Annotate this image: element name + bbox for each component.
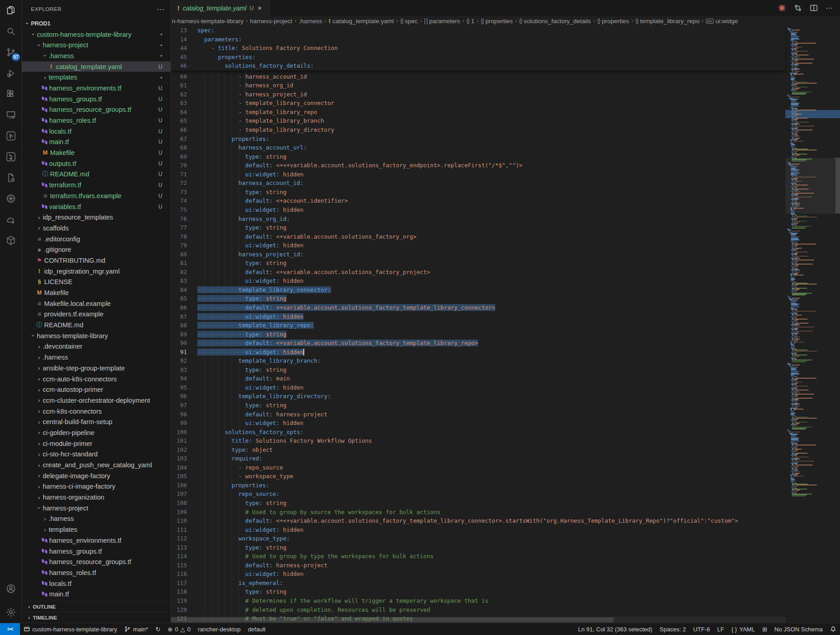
code-line-113[interactable]: 113 type: string [171, 543, 785, 552]
status-language-mode[interactable]: { }YAML [728, 623, 759, 635]
code-line-100[interactable]: 100 solutions_factory_opts: [171, 428, 785, 437]
source-control-icon[interactable]: 57 [0, 42, 22, 63]
remote-explorer-icon[interactable] [0, 105, 22, 125]
breadcrumb-item-harness-project[interactable]: harness-project [250, 18, 292, 25]
code-line-83[interactable]: 83 ui:widget: hidden [171, 276, 785, 285]
tree-folder-delegate-image-factory[interactable]: ›delegate-image-factory [22, 470, 171, 481]
accounts-icon[interactable] [0, 578, 22, 599]
tree-file-terraform-tf[interactable]: terraform.tfU [22, 180, 171, 190]
breadcrumb-item-n-harness-template-library[interactable]: n-harness-template-library [172, 18, 244, 25]
code-line-102[interactable]: 102 type: object [171, 445, 785, 455]
code-line-89[interactable]: 89··············type: string [171, 330, 785, 339]
code-line-63[interactable]: 63 - template_library_connector [171, 99, 785, 108]
code-line-13[interactable]: 13spec: [171, 26, 785, 35]
code-line-95[interactable]: 95 ui:widget: hidden [171, 383, 785, 392]
code-line-115[interactable]: 115 default: harness-project [171, 561, 785, 570]
tree-file--editorconfig[interactable]: ≡.editorconfig [22, 234, 171, 245]
code-line-84[interactable]: 84············template_library_connector… [171, 285, 785, 295]
code-line-120[interactable]: 120 # deleted upon completion. Resources… [171, 605, 785, 615]
code-line-62[interactable]: 62 - harness_project_id [171, 90, 785, 99]
tree-file-harness-environments-tf[interactable]: harness_environments.tf [22, 535, 171, 546]
tree-folder-harness-ci-image-factory[interactable]: ›harness-ci-image-factory [22, 481, 171, 492]
code-line-85[interactable]: 85··············type: string [171, 294, 785, 303]
code-line-112[interactable]: 112 workspace_type: [171, 534, 785, 543]
code-line-82[interactable]: 82 default: <+variable.account.solutions… [171, 268, 785, 277]
tree-file-harness-resource-groups-tf[interactable]: harness_resource_groups.tfU [22, 105, 171, 115]
code-line-108[interactable]: 108 type: string [171, 499, 785, 508]
code-line-69[interactable]: 69 type: string [171, 152, 785, 161]
tree-folder--harness[interactable]: ›.harness [22, 514, 171, 525]
terraform-icon[interactable] [0, 125, 22, 146]
status-schema-selector[interactable]: ⊞ [759, 623, 771, 635]
tree-file-readme-md[interactable]: ⓘREADME.mdU [22, 169, 171, 180]
code-line-67[interactable]: 67 properties: [171, 135, 785, 144]
code-line-79[interactable]: 79 ui:widget: hidden [171, 241, 785, 250]
status-encoding[interactable]: UTF-8 [689, 623, 714, 635]
code-editor[interactable]: 60 - harness_account_id61 - harness_org_… [171, 26, 840, 623]
code-line-91[interactable]: 91··············ui:widget: hidden [171, 348, 785, 357]
tree-folder-templates[interactable]: ›templates [22, 524, 171, 535]
breadcrumb-item-ui-widge[interactable]: abcui:widge [706, 18, 738, 25]
tree-folder-prod1[interactable]: ›PROD1 [22, 18, 171, 29]
tree-file-terraform-tfvars-example[interactable]: ≡terraform.tfvars.exampleU [22, 190, 171, 201]
tree-folder-ci-sto-hcr-standard[interactable]: ›ci-sto-hcr-standard [22, 449, 171, 460]
tree-folder-harness-project[interactable]: ›harness-project [22, 503, 171, 514]
code-line-60[interactable]: 60 - harness_account_id [171, 72, 785, 81]
breadcrumb-item--harness[interactable]: .harness [299, 18, 322, 25]
breadcrumb-item-1[interactable]: {}1 [467, 18, 475, 25]
status-problems[interactable]: ⊗0△0 [164, 623, 194, 635]
status-eol[interactable]: LF [714, 623, 728, 635]
settings-gear-icon[interactable] [0, 602, 22, 623]
tree-file-idp-registration-mgr-yaml[interactable]: !idp_registration_mgr.yaml [22, 266, 171, 277]
tree-file-variables-tf[interactable]: variables.tfU [22, 201, 171, 212]
code-line-44[interactable]: 44 - title: Solutions Factory Connection [171, 44, 785, 53]
code-line-76[interactable]: 76 harness_org_id: [171, 215, 785, 224]
split-editor-icon[interactable] [810, 4, 818, 12]
code-line-70[interactable]: 70 default: <+<+variable.account.solutio… [171, 161, 785, 170]
code-line-104[interactable]: 104 - repo_source [171, 463, 785, 472]
tree-file-harness-environments-tf[interactable]: harness_environments.tfU [22, 83, 171, 94]
tree-file-main-tf[interactable]: main.tfU [22, 137, 171, 148]
tree-file-outputs-tf[interactable]: outputs.tfU [22, 158, 171, 169]
tree-file-harness-resource-groups-tf[interactable]: harness_resource_groups.tf [22, 556, 171, 567]
tree-folder-harness-project[interactable]: ›harness-project● [22, 40, 171, 50]
code-line-86[interactable]: 86··············default: <+variable.acco… [171, 303, 785, 312]
code-line-45[interactable]: 45 properties: [171, 53, 785, 62]
breadcrumb-item-parameters[interactable]: [ ]parameters [424, 18, 460, 25]
code-line-96[interactable]: 96 template_library_directory: [171, 392, 785, 401]
code-line-93[interactable]: 93 type: string [171, 365, 785, 375]
run-debug-icon[interactable] [0, 63, 22, 84]
tree-file-makefile[interactable]: MMakefile [22, 287, 171, 298]
explorer-more-actions-icon[interactable]: ⋯ [157, 5, 164, 14]
extensions-icon[interactable] [0, 84, 22, 105]
status-indentation[interactable]: Spaces: 2 [656, 623, 689, 635]
status-notifications-bell[interactable] [826, 623, 840, 635]
code-line-114[interactable]: 114 # Used to group by type the workspac… [171, 552, 785, 561]
code-line-111[interactable]: 111 ui:widget: hidden [171, 525, 785, 535]
code-line-98[interactable]: 98 default: harness-project [171, 410, 785, 419]
tree-file-harness-roles-tf[interactable]: harness_roles.tfU [22, 115, 171, 126]
open-changes-icon[interactable] [794, 4, 802, 12]
code-line-68[interactable]: 68 harness_account_url: [171, 143, 785, 152]
code-line-90[interactable]: 90··············default: <+variable.acco… [171, 339, 785, 348]
tab-catalog-template-yaml[interactable]: ! catalog_template.yaml U × [171, 0, 270, 16]
tree-folder--devcontainer[interactable]: ›.devcontainer [22, 341, 171, 352]
code-line-117[interactable]: 117 is_ephemeral: [171, 579, 785, 588]
tree-folder--harness[interactable]: ›.harness● [22, 50, 171, 61]
tree-file-main-tf[interactable]: main.tf [22, 589, 171, 600]
code-line-77[interactable]: 77 type: string [171, 223, 785, 232]
status-json-schema[interactable]: No JSON Schema [771, 623, 826, 635]
tree-folder-templates[interactable]: ›templates● [22, 72, 171, 83]
code-line-74[interactable]: 74 default: <+account.identifier> [171, 196, 785, 205]
tree-file-license[interactable]: §LICENSE [22, 277, 171, 288]
breadcrumb-item-properties[interactable]: {}properties [597, 18, 629, 25]
tree-file-contributing-md[interactable]: ⚑CONTRIBUTING.md [22, 255, 171, 266]
kubernetes-icon[interactable] [0, 188, 22, 209]
code-line-92[interactable]: 92 template_library_branch: [171, 356, 785, 365]
code-line-118[interactable]: 118 type: string [171, 587, 785, 596]
code-line-103[interactable]: 103 required: [171, 454, 785, 463]
remote-indicator[interactable]: >< [0, 623, 20, 635]
timeline-section[interactable]: › TIMELINE [22, 612, 171, 623]
outline-section[interactable]: › OUTLINE [22, 601, 171, 612]
status-git-branch[interactable]: main* [121, 623, 151, 635]
